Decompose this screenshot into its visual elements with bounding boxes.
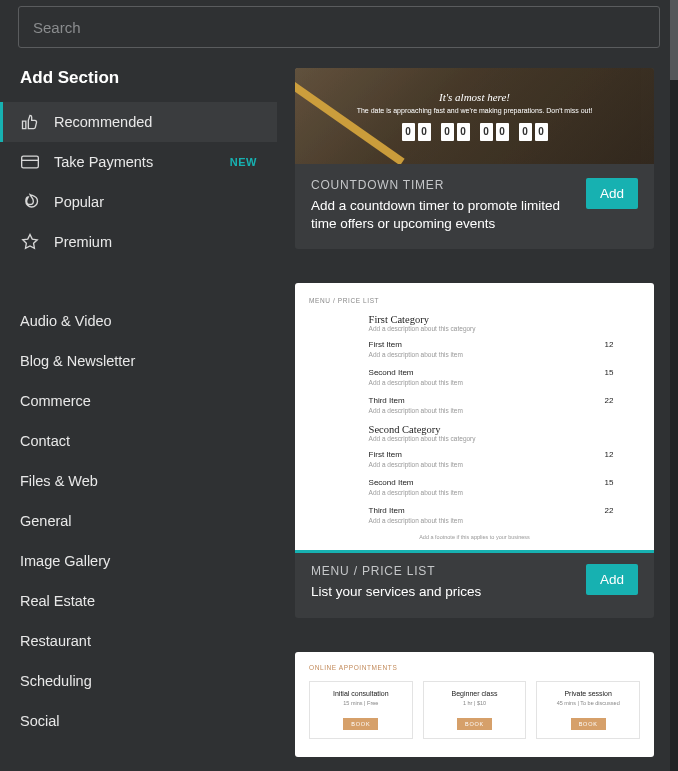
section-title: MENU / PRICE LIST: [311, 564, 574, 578]
flame-icon: [20, 192, 40, 212]
credit-card-icon: [20, 152, 40, 172]
countdown-digits: 0 0 0 0 0 0 0 0: [402, 123, 548, 141]
digit: 0: [457, 123, 470, 141]
appointment-sub: 15 mins | Free: [316, 700, 406, 706]
menu-item-price: 22: [605, 506, 614, 515]
appointment-title: Initial consultation: [316, 690, 406, 697]
sidebar-category-real-estate[interactable]: Real Estate: [0, 581, 277, 621]
sidebar-category-scheduling[interactable]: Scheduling: [0, 661, 277, 701]
digit: 0: [402, 123, 415, 141]
scrollbar-thumb[interactable]: [670, 0, 678, 80]
sidebar-category-audio-video[interactable]: Audio & Video: [0, 301, 277, 341]
section-description: List your services and prices: [311, 583, 574, 601]
sidebar-category-files-web[interactable]: Files & Web: [0, 461, 277, 501]
svg-rect-0: [22, 156, 39, 168]
window-scrollbar[interactable]: [670, 0, 678, 771]
menu-item-desc: Add a description about this item: [369, 379, 614, 386]
add-button[interactable]: Add: [586, 178, 638, 209]
menu-item-desc: Add a description about this item: [369, 407, 614, 414]
sidebar-item-label: Take Payments: [54, 154, 153, 170]
menu-item-price: 12: [605, 340, 614, 349]
appointment-card: Private session 45 mins | To be discusse…: [536, 681, 640, 739]
search-input[interactable]: [18, 6, 660, 48]
sidebar-category-commerce[interactable]: Commerce: [0, 381, 277, 421]
menu-category-desc: Add a description about this category: [369, 325, 614, 332]
menu-item-price: 12: [605, 450, 614, 459]
sidebar-item-popular[interactable]: Popular: [0, 182, 277, 222]
sidebar-item-label: Premium: [54, 234, 112, 250]
sidebar-category-blog-newsletter[interactable]: Blog & Newsletter: [0, 341, 277, 381]
menu-item-desc: Add a description about this item: [369, 517, 614, 524]
thumbs-up-icon: [20, 112, 40, 132]
appointment-card: Initial consultation 15 mins | Free BOOK: [309, 681, 413, 739]
menu-item-desc: Add a description about this item: [369, 351, 614, 358]
preview-breadcrumb: ONLINE APPOINTMENTS: [309, 664, 640, 671]
sidebar-category-contact[interactable]: Contact: [0, 421, 277, 461]
digit: 0: [441, 123, 454, 141]
section-title: COUNTDOWN TIMER: [311, 178, 574, 192]
digit: 0: [535, 123, 548, 141]
sidebar-title: Add Section: [0, 62, 277, 102]
menu-item-desc: Add a description about this item: [369, 461, 614, 468]
sidebar-item-premium[interactable]: Premium: [0, 222, 277, 262]
menu-item-price: 15: [605, 478, 614, 487]
menu-item-name: First Item: [369, 450, 605, 459]
book-button: BOOK: [457, 718, 492, 730]
section-card-countdown-timer[interactable]: It's almost here! The date is approachin…: [295, 68, 654, 249]
menu-item-name: Second Item: [369, 478, 605, 487]
digit: 0: [418, 123, 431, 141]
menu-item-name: Third Item: [369, 396, 605, 405]
star-icon: [20, 232, 40, 252]
appointment-sub: 45 mins | To be discussed: [543, 700, 633, 706]
digit: 0: [480, 123, 493, 141]
section-description: Add a countdown timer to promote limited…: [311, 197, 574, 233]
preview-headline: It's almost here!: [439, 91, 510, 103]
sidebar-item-recommended[interactable]: Recommended: [0, 102, 277, 142]
digit: 0: [519, 123, 532, 141]
sidebar: Add Section Recommended Take Payments NE…: [0, 48, 277, 763]
appointment-card: Beginner class 1 hr | $10 BOOK: [423, 681, 527, 739]
sidebar-category-restaurant[interactable]: Restaurant: [0, 621, 277, 661]
book-button: BOOK: [343, 718, 378, 730]
section-preview: MENU / PRICE LIST First Category Add a d…: [295, 283, 654, 550]
preview-breadcrumb: MENU / PRICE LIST: [309, 297, 640, 304]
section-card-online-appointments[interactable]: ONLINE APPOINTMENTS Initial consultation…: [295, 652, 654, 757]
section-card-menu-price-list[interactable]: MENU / PRICE LIST First Category Add a d…: [295, 283, 654, 617]
appointment-title: Beginner class: [430, 690, 520, 697]
menu-category-name: Second Category: [369, 424, 614, 435]
sidebar-category-social[interactable]: Social: [0, 701, 277, 741]
section-preview: ONLINE APPOINTMENTS Initial consultation…: [295, 652, 654, 757]
menu-item-name: First Item: [369, 340, 605, 349]
add-button[interactable]: Add: [586, 564, 638, 595]
menu-item-price: 15: [605, 368, 614, 377]
preview-subtext: The date is approaching fast and we're m…: [357, 106, 593, 115]
section-list: It's almost here! The date is approachin…: [277, 48, 678, 763]
sidebar-item-label: Popular: [54, 194, 104, 210]
appointment-title: Private session: [543, 690, 633, 697]
book-button: BOOK: [571, 718, 606, 730]
sidebar-item-label: Recommended: [54, 114, 152, 130]
menu-item-name: Third Item: [369, 506, 605, 515]
menu-category-desc: Add a description about this category: [369, 435, 614, 442]
new-badge: NEW: [230, 156, 257, 168]
digit: 0: [496, 123, 509, 141]
sidebar-category-image-gallery[interactable]: Image Gallery: [0, 541, 277, 581]
menu-item-desc: Add a description about this item: [369, 489, 614, 496]
menu-item-name: Second Item: [369, 368, 605, 377]
sidebar-nav-group: Recommended Take Payments NEW Popular P: [0, 102, 277, 280]
menu-footnote: Add a footnote if this applies to your b…: [309, 534, 640, 540]
sidebar-item-take-payments[interactable]: Take Payments NEW: [0, 142, 277, 182]
menu-category-name: First Category: [369, 314, 614, 325]
section-preview: It's almost here! The date is approachin…: [295, 68, 654, 164]
menu-item-price: 22: [605, 396, 614, 405]
appointment-sub: 1 hr | $10: [430, 700, 520, 706]
sidebar-category-general[interactable]: General: [0, 501, 277, 541]
